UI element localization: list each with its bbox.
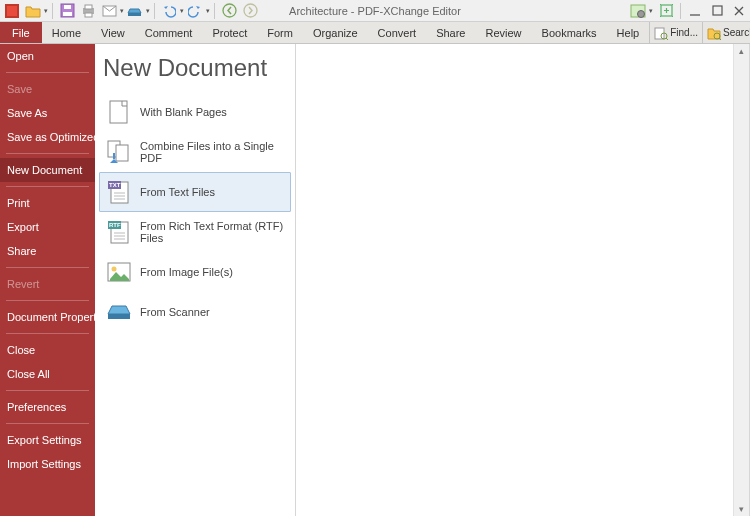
print-icon[interactable] — [78, 1, 98, 21]
window-title: Architecture - PDF-XChange Editor — [289, 5, 461, 17]
svg-rect-3 — [63, 12, 72, 16]
nav-forward-icon[interactable] — [240, 1, 260, 21]
undo-icon[interactable] — [159, 1, 179, 21]
svg-text:RTF: RTF — [109, 222, 121, 228]
sidebar-item-save-as[interactable]: Save As — [0, 101, 95, 125]
scroll-up-icon[interactable]: ▴ — [739, 46, 744, 56]
sidebar-item-open[interactable]: Open — [0, 44, 95, 68]
svg-text:TXT: TXT — [109, 182, 121, 188]
sidebar-item-close-all[interactable]: Close All — [0, 362, 95, 386]
menu-view[interactable]: View — [91, 22, 135, 43]
option-label: With Blank Pages — [140, 106, 227, 118]
svg-rect-39 — [108, 314, 130, 319]
menu-convert[interactable]: Convert — [368, 22, 427, 43]
sidebar-item-preferences[interactable]: Preferences — [0, 395, 95, 419]
search-folder-icon — [707, 26, 721, 40]
sidebar-item-export-settings[interactable]: Export Settings — [0, 428, 95, 452]
sidebar-item-close[interactable]: Close — [0, 338, 95, 362]
open-folder-icon[interactable] — [23, 1, 43, 21]
dropdown-caret-icon[interactable]: ▾ — [120, 7, 124, 15]
title-bar: ▾ ▾ ▾ ▾ ▾ Architecture - PDF-XChange Edi… — [0, 0, 750, 22]
svg-point-13 — [638, 10, 645, 17]
image-file-icon — [106, 259, 132, 285]
option-label: From Image File(s) — [140, 266, 233, 278]
sidebar-item-revert[interactable]: Revert — [0, 272, 95, 296]
dropdown-caret-icon[interactable]: ▾ — [146, 7, 150, 15]
svg-rect-1 — [7, 6, 17, 16]
launch-external-icon[interactable] — [655, 1, 677, 21]
menu-help[interactable]: Help — [607, 22, 650, 43]
menu-organize[interactable]: Organize — [303, 22, 368, 43]
search-button[interactable]: Search... — [702, 22, 750, 43]
menu-home[interactable]: Home — [42, 22, 91, 43]
page-title: New Document — [95, 44, 295, 90]
preview-pane — [296, 44, 749, 516]
svg-point-38 — [112, 267, 117, 272]
minimize-button[interactable] — [684, 1, 706, 21]
scanner-icon — [106, 299, 132, 325]
menu-bookmarks[interactable]: Bookmarks — [532, 22, 607, 43]
nav-back-icon[interactable] — [219, 1, 239, 21]
blank-page-icon — [106, 99, 132, 125]
menu-form[interactable]: Form — [257, 22, 303, 43]
quick-access-toolbar: ▾ ▾ ▾ ▾ ▾ — [0, 0, 260, 21]
option-label: From Rich Text Format (RTF) Files — [140, 220, 284, 244]
search-label: Search... — [723, 27, 750, 38]
option-from-image[interactable]: From Image File(s) — [99, 252, 291, 292]
svg-rect-16 — [713, 6, 722, 15]
save-icon[interactable] — [57, 1, 77, 21]
svg-rect-7 — [85, 13, 92, 17]
svg-point-11 — [244, 4, 257, 17]
scan-icon[interactable] — [125, 1, 145, 21]
option-label: From Text Files — [140, 186, 215, 198]
find-button[interactable]: Find... — [649, 22, 702, 43]
main-panel: New Document With Blank Pages Combine Fi… — [95, 44, 296, 516]
menu-protect[interactable]: Protect — [202, 22, 257, 43]
scroll-down-icon[interactable]: ▾ — [739, 504, 744, 514]
option-from-scanner[interactable]: From Scanner — [99, 292, 291, 332]
app-icon[interactable] — [2, 1, 22, 21]
option-from-text[interactable]: TXT From Text Files — [99, 172, 291, 212]
rtf-file-icon: RTF — [106, 219, 132, 245]
dropdown-caret-icon[interactable]: ▾ — [44, 7, 48, 15]
menu-comment[interactable]: Comment — [135, 22, 203, 43]
svg-rect-9 — [128, 13, 141, 16]
find-icon — [654, 26, 668, 40]
menu-share[interactable]: Share — [426, 22, 475, 43]
option-label: Combine Files into a Single PDF — [140, 140, 284, 164]
option-from-rtf[interactable]: RTF From Rich Text Format (RTF) Files — [99, 212, 291, 252]
svg-rect-22 — [110, 101, 127, 123]
option-combine-files[interactable]: Combine Files into a Single PDF — [99, 132, 291, 172]
svg-rect-6 — [85, 5, 92, 9]
sidebar-item-new-document[interactable]: New Document — [0, 158, 95, 182]
sidebar-item-save[interactable]: Save — [0, 77, 95, 101]
scrollbar[interactable]: ▴ ▾ — [733, 44, 749, 516]
file-menu[interactable]: File — [0, 22, 42, 43]
option-label: From Scanner — [140, 306, 210, 318]
sidebar-item-doc-properties[interactable]: Document Properties — [0, 305, 95, 329]
svg-line-21 — [719, 38, 721, 40]
maximize-button[interactable] — [706, 1, 728, 21]
close-button[interactable] — [728, 1, 750, 21]
text-file-icon: TXT — [106, 179, 132, 205]
sidebar-item-share[interactable]: Share — [0, 239, 95, 263]
svg-point-10 — [223, 4, 236, 17]
sidebar-item-save-optimized[interactable]: Save as Optimized — [0, 125, 95, 149]
svg-line-19 — [666, 38, 668, 40]
menu-bar: File Home View Comment Protect Form Orga… — [0, 22, 750, 44]
svg-rect-4 — [64, 5, 71, 9]
email-icon[interactable] — [99, 1, 119, 21]
redo-icon[interactable] — [185, 1, 205, 21]
sidebar-item-print[interactable]: Print — [0, 191, 95, 215]
menu-review[interactable]: Review — [475, 22, 531, 43]
sidebar-item-export[interactable]: Export — [0, 215, 95, 239]
dropdown-caret-icon[interactable]: ▾ — [180, 7, 184, 15]
ui-options-icon[interactable] — [627, 1, 649, 21]
combine-files-icon — [106, 139, 132, 165]
option-blank-pages[interactable]: With Blank Pages — [99, 92, 291, 132]
dropdown-caret-icon[interactable]: ▾ — [206, 7, 210, 15]
sidebar-item-import-settings[interactable]: Import Settings — [0, 452, 95, 476]
find-label: Find... — [670, 27, 698, 38]
svg-rect-24 — [116, 145, 128, 161]
backstage-sidebar: Open Save Save As Save as Optimized New … — [0, 44, 95, 516]
